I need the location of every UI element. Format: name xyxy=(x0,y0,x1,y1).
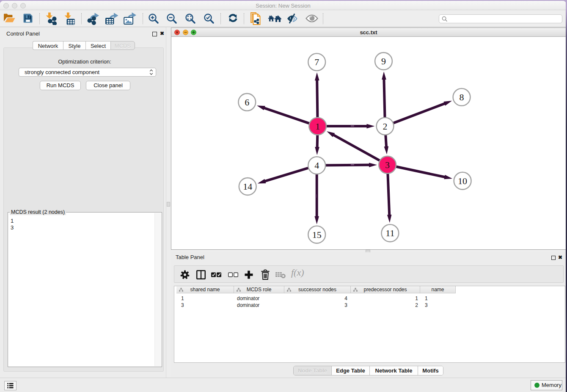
svg-text:14: 14 xyxy=(243,181,252,192)
svg-text:7: 7 xyxy=(314,57,319,67)
svg-text:9: 9 xyxy=(381,56,386,66)
svg-text:4: 4 xyxy=(314,160,319,171)
svg-text:11: 11 xyxy=(385,228,394,238)
svg-text:6: 6 xyxy=(245,97,249,108)
svg-text:15: 15 xyxy=(312,229,322,240)
svg-text:10: 10 xyxy=(458,176,467,186)
svg-text:8: 8 xyxy=(460,92,464,102)
svg-text:2: 2 xyxy=(383,121,388,132)
svg-text:3: 3 xyxy=(385,160,390,170)
svg-text:1: 1 xyxy=(315,121,320,132)
